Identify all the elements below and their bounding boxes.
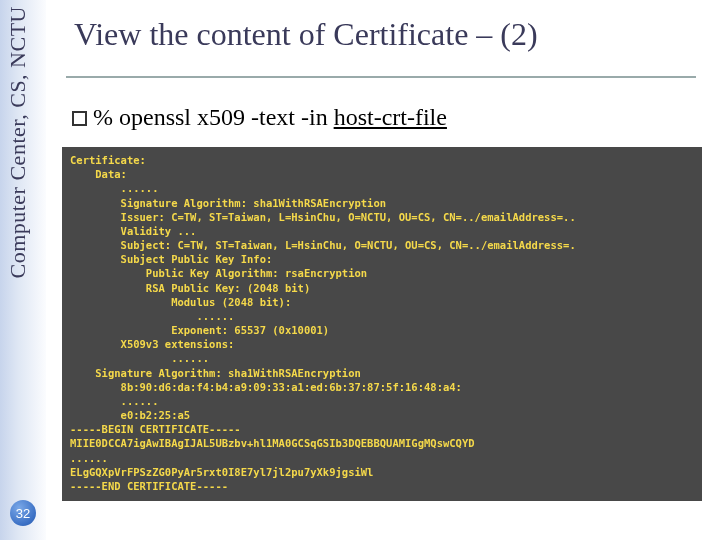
- command-arg: host-crt-file: [334, 104, 447, 130]
- page-number-badge: 32: [10, 500, 36, 526]
- sidebar-label: Computer Center, CS, NCTU: [5, 6, 31, 279]
- sidebar: Computer Center, CS, NCTU 32: [0, 0, 46, 540]
- title-divider: [66, 75, 696, 78]
- command-text: openssl x509 -text -in: [119, 104, 334, 130]
- command-prefix: %: [93, 104, 119, 130]
- slide-content: View the content of Certificate – (2) % …: [62, 0, 712, 501]
- slide-title: View the content of Certificate – (2): [74, 16, 712, 53]
- certificate-output: Certificate: Data: ...... Signature Algo…: [62, 147, 702, 501]
- command-line: % openssl x509 -text -in host-crt-file: [72, 104, 712, 131]
- bullet-box-icon: [72, 111, 87, 126]
